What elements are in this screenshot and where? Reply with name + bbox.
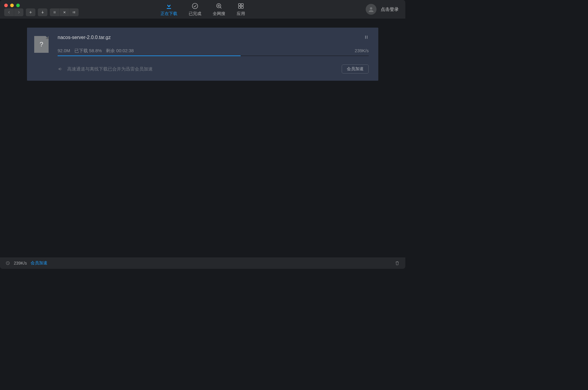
svg-rect-6	[238, 6, 241, 8]
tab-label: 应用	[237, 11, 245, 16]
chevron-left-icon	[7, 10, 11, 14]
user-icon	[368, 6, 375, 13]
delete-button[interactable]	[59, 8, 69, 16]
svg-rect-0	[167, 8, 171, 9]
download-arrow-icon	[165, 2, 172, 10]
toolbar	[4, 8, 79, 16]
download-speed: 239K/s	[355, 48, 369, 53]
list-button[interactable]	[69, 8, 79, 16]
nav-group	[4, 8, 23, 16]
maximize-window-button[interactable]	[16, 4, 20, 7]
schedule-button[interactable]	[5, 261, 10, 266]
main-tabs: 正在下载 已完成 全网搜 应用	[160, 0, 245, 19]
arrow-down-icon	[40, 10, 45, 14]
tab-label: 全网搜	[213, 11, 225, 16]
forward-button[interactable]	[14, 8, 23, 16]
download-stats: 92.0M 已下载 58.8% 剩余 00:02:38 239K/s	[58, 48, 369, 54]
plus-icon	[28, 10, 33, 14]
pause-icon	[52, 10, 57, 14]
progress-fill	[58, 56, 241, 56]
search-icon	[215, 2, 223, 10]
avatar	[366, 4, 376, 15]
tab-completed[interactable]: 已完成	[189, 2, 201, 16]
download-percent: 已下载 58.8%	[74, 48, 102, 54]
clock-icon	[5, 261, 10, 266]
close-window-button[interactable]	[4, 4, 8, 7]
download-body: nacos-server-2.0.0.tar.gz 92.0M 已下载 58.8…	[58, 35, 369, 74]
member-accelerate-button[interactable]: 会员加速	[342, 64, 369, 74]
pause-icon	[364, 34, 369, 40]
svg-rect-7	[241, 6, 243, 8]
download-size: 92.0M	[58, 48, 70, 53]
svg-point-3	[218, 5, 219, 7]
user-login-area[interactable]: 点击登录	[366, 0, 399, 19]
apps-icon	[237, 2, 244, 10]
start-button[interactable]	[38, 8, 47, 16]
pause-all-button[interactable]	[50, 8, 59, 16]
statusbar-accelerate-link[interactable]: 会员加速	[31, 260, 47, 266]
download-item[interactable]: ? nacos-server-2.0.0.tar.gz 92.0M 已下载 58…	[27, 28, 378, 81]
check-circle-icon	[191, 2, 199, 10]
x-icon	[62, 10, 67, 14]
svg-rect-5	[241, 4, 243, 6]
statusbar: 239K/s 会员加速	[0, 257, 405, 269]
window-controls	[4, 4, 20, 7]
back-button[interactable]	[4, 8, 14, 16]
svg-point-8	[370, 7, 372, 10]
trash-button[interactable]	[394, 260, 400, 266]
content-area: ? nacos-server-2.0.0.tar.gz 92.0M 已下载 58…	[0, 19, 405, 257]
svg-rect-4	[238, 4, 241, 6]
task-control-group	[50, 8, 79, 16]
minimize-window-button[interactable]	[10, 4, 14, 7]
tab-search[interactable]: 全网搜	[213, 2, 225, 16]
promo-row: 高速通道与离线下载已合并为迅雷会员加速 会员加速	[58, 64, 369, 74]
titlebar: 正在下载 已完成 全网搜 应用 点击登录	[0, 0, 405, 19]
svg-point-1	[192, 3, 198, 9]
statusbar-speed: 239K/s	[14, 261, 27, 266]
new-task-button[interactable]	[26, 8, 35, 16]
tab-label: 已完成	[189, 11, 201, 16]
file-icon-glyph: ?	[40, 40, 43, 48]
list-icon	[72, 10, 76, 14]
speaker-icon	[58, 66, 63, 72]
login-label: 点击登录	[381, 7, 399, 12]
tab-downloading[interactable]: 正在下载	[160, 2, 177, 16]
tab-apps[interactable]: 应用	[237, 2, 245, 16]
chevron-right-icon	[17, 10, 21, 14]
svg-point-2	[217, 4, 221, 8]
progress-bar	[58, 56, 369, 56]
pause-item-button[interactable]	[364, 34, 369, 41]
promo-text: 高速通道与离线下载已合并为迅雷会员加速	[67, 66, 153, 72]
download-filename: nacos-server-2.0.0.tar.gz	[58, 35, 369, 40]
tab-label: 正在下载	[160, 11, 177, 16]
file-type-icon: ?	[34, 36, 49, 53]
download-remaining: 剩余 00:02:38	[106, 48, 134, 54]
trash-icon	[394, 260, 400, 266]
